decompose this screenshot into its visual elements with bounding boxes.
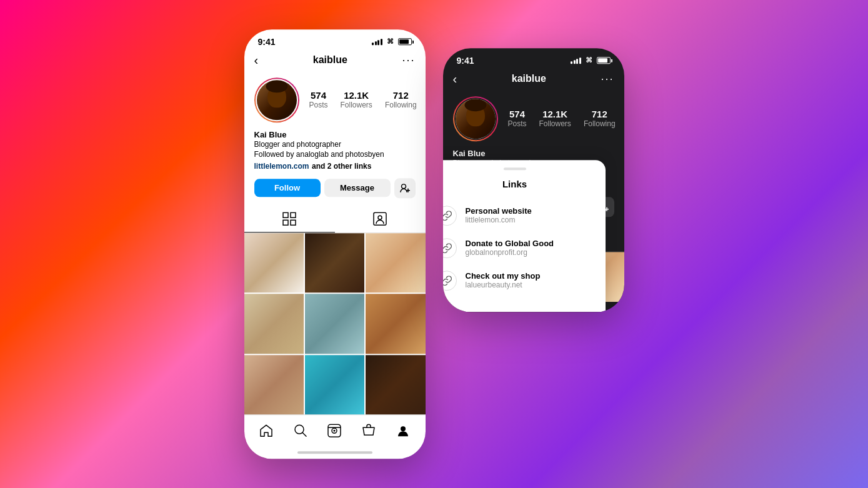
chain-link-icon-2 — [443, 276, 452, 286]
battery-icon — [398, 38, 412, 45]
tab-grid[interactable] — [244, 206, 335, 232]
link-text-2: Check out my shop lalueurbeauty.net — [466, 272, 541, 290]
reels-nav-item[interactable] — [325, 422, 344, 444]
svg-point-8 — [378, 216, 382, 220]
link-text-1: Donate to Global Good globalnonprofit.or… — [466, 239, 554, 257]
dark-phone: 9:41 ⌘ ‹ kaiblue ··· — [443, 48, 624, 312]
svg-rect-4 — [291, 212, 296, 217]
photo-cell[interactable] — [366, 233, 425, 292]
action-buttons: Follow Message — [254, 178, 416, 198]
bottom-sheet: Links Personal website littlelemon.com — [443, 160, 606, 312]
tab-tagged[interactable] — [335, 206, 426, 232]
svg-rect-5 — [283, 220, 288, 225]
link-name-0: Personal website — [466, 207, 532, 216]
reels-icon — [327, 424, 341, 438]
profile-section-light: 574 Posts 12.1K Followers 712 Following … — [244, 72, 426, 206]
profile-link[interactable]: littlelemon.com — [254, 162, 309, 171]
avatar-gradient-ring — [254, 77, 299, 122]
followers-count: 12.1K — [341, 90, 372, 101]
link-name-1: Donate to Global Good — [466, 239, 554, 249]
link-item-2[interactable]: Check out my shop lalueurbeauty.net — [443, 264, 593, 297]
search-icon — [294, 424, 307, 438]
back-button-dark[interactable]: ‹ — [453, 72, 457, 86]
link-item-0[interactable]: Personal website littlelemon.com — [443, 199, 593, 232]
grid-icon — [282, 212, 296, 226]
profile-name: Kai Blue — [254, 130, 416, 139]
followers-label-dark: Followers — [539, 119, 571, 128]
more-button-dark[interactable]: ··· — [601, 72, 614, 86]
svg-rect-3 — [283, 212, 288, 217]
photo-cell[interactable] — [244, 294, 304, 354]
svg-rect-6 — [291, 220, 296, 225]
svg-point-0 — [401, 184, 406, 189]
time-dark: 9:41 — [457, 56, 474, 66]
profile-nav-item[interactable] — [394, 421, 412, 444]
link-name-2: Check out my shop — [466, 272, 541, 281]
stat-posts-dark: 574 Posts — [508, 109, 527, 128]
nav-bar-light: ‹ kaiblue ··· — [244, 51, 426, 72]
avatar-dark — [456, 99, 496, 139]
bottom-nav — [244, 414, 426, 449]
photo-cell[interactable] — [305, 294, 364, 354]
link-icon-1 — [443, 238, 457, 258]
status-bar-dark: 9:41 ⌘ — [443, 48, 624, 69]
stat-following: 712 Following — [385, 90, 417, 109]
time-light: 9:41 — [258, 37, 276, 47]
photo-cell[interactable] — [244, 355, 304, 414]
light-phone: 9:41 ⌘ ‹ kaiblue ··· — [244, 29, 426, 459]
link-icon-2 — [443, 271, 457, 291]
posts-label-dark: Posts — [508, 119, 527, 128]
shop-nav-item[interactable] — [359, 422, 378, 444]
more-button[interactable]: ··· — [402, 54, 415, 67]
photo-cell[interactable] — [244, 233, 304, 292]
battery-icon-dark — [597, 57, 611, 64]
photo-grid — [244, 233, 426, 414]
profile-username-dark: kaiblue — [512, 73, 546, 84]
search-nav-item[interactable] — [291, 422, 310, 444]
phones-container: 9:41 ⌘ ‹ kaiblue ··· — [244, 29, 624, 459]
message-button[interactable]: Message — [324, 179, 391, 197]
profile-icon — [396, 424, 410, 437]
sheet-title: Links — [443, 179, 593, 189]
add-person-button[interactable] — [394, 178, 416, 198]
svg-point-15 — [401, 426, 406, 431]
link-url-1: globalnonprofit.org — [466, 249, 554, 257]
photo-cell[interactable] — [305, 233, 364, 292]
follow-button[interactable]: Follow — [254, 179, 321, 197]
person-tag-icon — [373, 212, 387, 226]
other-links-text[interactable]: and 2 other links — [312, 162, 371, 171]
back-button[interactable]: ‹ — [254, 53, 259, 67]
link-url-2: lalueurbeauty.net — [466, 281, 541, 290]
svg-line-10 — [302, 433, 306, 437]
wifi-icon: ⌘ — [387, 37, 394, 46]
shop-icon — [362, 424, 376, 438]
chain-link-icon — [443, 211, 452, 221]
followers-count-dark: 12.1K — [539, 109, 571, 119]
status-icons-light: ⌘ — [372, 37, 412, 46]
link-item-1[interactable]: Donate to Global Good globalnonprofit.or… — [443, 232, 593, 264]
following-count: 712 — [385, 90, 417, 101]
wifi-icon-dark: ⌘ — [586, 56, 592, 64]
tab-bar — [244, 206, 426, 233]
home-indicator-light — [297, 451, 372, 454]
photo-cell[interactable] — [366, 294, 425, 354]
following-count-dark: 712 — [584, 109, 616, 119]
posts-label: Posts — [309, 101, 328, 109]
profile-username: kaiblue — [313, 54, 347, 66]
stat-posts: 574 Posts — [309, 90, 328, 109]
photo-cell[interactable] — [366, 355, 425, 414]
stat-followers: 12.1K Followers — [341, 90, 372, 109]
posts-count: 574 — [309, 90, 328, 101]
profile-top: 574 Posts 12.1K Followers 712 Following — [254, 77, 416, 122]
profile-bio: Blogger and photographer — [254, 139, 416, 150]
chain-link-icon-1 — [443, 243, 452, 253]
nav-bar-dark: ‹ kaiblue ··· — [443, 69, 624, 91]
profile-top-dark: 574 Posts 12.1K Followers 712 Following — [453, 96, 614, 141]
status-bar-light: 9:41 ⌘ — [244, 29, 426, 51]
home-nav-item[interactable] — [257, 422, 276, 444]
profile-followed-by: Followed by analoglab and photosbyen — [254, 150, 416, 161]
stat-following-dark: 712 Following — [584, 109, 616, 128]
photo-cell[interactable] — [305, 355, 364, 414]
sheet-handle — [504, 167, 526, 170]
profile-info: Kai Blue Blogger and photographer Follow… — [254, 130, 416, 172]
